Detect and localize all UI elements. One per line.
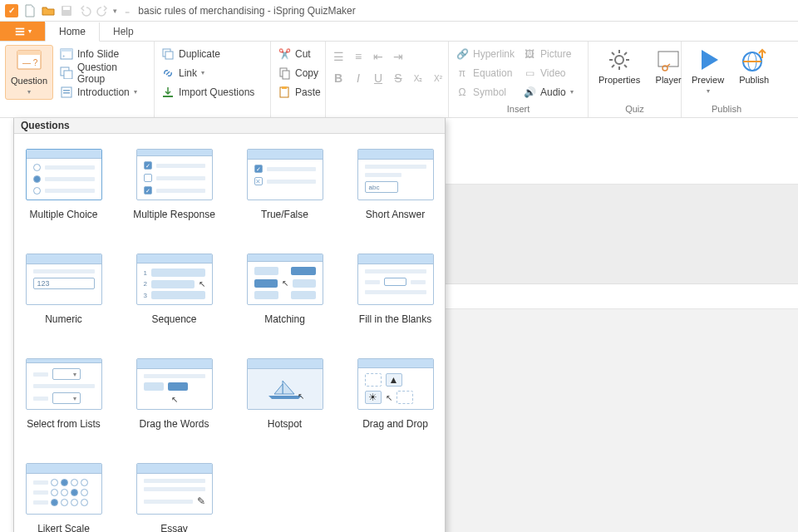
clipboard-icon <box>278 86 291 99</box>
qat-customize-icon[interactable]: ▾ <box>113 7 117 15</box>
bold-icon[interactable]: B <box>331 71 346 85</box>
gallery-item-multiple-choice[interactable]: Multiple Choice <box>22 149 105 220</box>
copy-icon <box>278 66 291 80</box>
svg-rect-12 <box>64 71 72 79</box>
svg-point-23 <box>615 56 623 64</box>
gear-icon <box>606 47 633 73</box>
redo-icon[interactable] <box>96 4 110 17</box>
svg-rect-14 <box>63 90 70 91</box>
app-icon <box>5 4 18 17</box>
copy-button[interactable]: Copy <box>276 64 323 81</box>
svg-rect-4 <box>15 33 24 35</box>
player-icon <box>655 47 682 73</box>
info-slide-icon: + <box>60 47 73 61</box>
gallery-item-drag-drop[interactable]: ▲ ☀↖ Drag and Drop <box>354 358 436 430</box>
question-slide-icon: — ? <box>16 47 42 74</box>
gallery-item-sequence[interactable]: 1 2↖ 3 Sequence <box>133 254 215 325</box>
subscript-icon[interactable]: X₂ <box>411 74 426 83</box>
gallery-item-essay[interactable]: ✎ Essay <box>133 463 215 532</box>
question-button[interactable]: — ? Question▾ <box>5 45 53 100</box>
question-gallery-popup: Questions Multiple Choice Multiple Respo… <box>13 118 446 532</box>
bullet-list-icon[interactable]: ☰ <box>331 50 346 63</box>
insert-group-label: Insert <box>454 102 583 117</box>
symbol-button: ΩSymbol <box>454 83 516 101</box>
gallery-item-multiple-response[interactable]: Multiple Response <box>133 149 215 220</box>
strike-icon[interactable]: S <box>391 71 406 85</box>
quiz-group-label: Quiz <box>594 102 676 117</box>
number-list-icon[interactable]: ≡ <box>351 50 366 63</box>
gallery-item-short-answer[interactable]: abc Short Answer <box>354 149 436 220</box>
gallery-item-fill-blanks[interactable]: Fill in the Blanks <box>354 254 436 325</box>
publish-group-label: Publish <box>687 102 766 117</box>
underline-icon[interactable]: U <box>371 71 386 85</box>
equation-button: πEquation <box>454 64 516 81</box>
properties-button[interactable]: Properties <box>594 45 645 86</box>
quick-access-toolbar: ▾ ₌ <box>5 4 130 17</box>
video-icon: ▭ <box>523 66 536 80</box>
ribbon: — ? Question▾ +Info Slide Question Group… <box>0 42 798 118</box>
cut-button[interactable]: ✂️Cut <box>276 45 323 62</box>
superscript-icon[interactable]: X² <box>431 74 446 83</box>
title-bar: ▾ ₌ basic rules of merchandising - iSpri… <box>0 0 798 22</box>
gallery-header: Questions <box>14 118 445 134</box>
cursor-icon: ↖ <box>199 279 205 288</box>
tab-help[interactable]: Help <box>100 22 148 41</box>
picture-button: 🖼Picture <box>521 45 575 62</box>
question-group-button[interactable]: Question Group <box>58 64 149 81</box>
publish-button[interactable]: Publish <box>734 45 774 86</box>
ribbon-tabs: ▾ Home Help <box>0 22 798 42</box>
outdent-icon[interactable]: ⇤ <box>371 50 386 63</box>
gallery-item-true-false[interactable]: ✕ True/False <box>244 149 326 220</box>
duplicate-button[interactable]: Duplicate <box>160 45 256 62</box>
question-group-icon <box>60 66 73 80</box>
svg-rect-17 <box>165 52 173 59</box>
gallery-item-select-lists[interactable]: ▾ ▾ Select from Lists <box>22 358 105 430</box>
gallery-item-matching[interactable]: ↖ Matching <box>244 254 326 325</box>
svg-rect-3 <box>15 31 24 32</box>
gallery-item-likert[interactable]: Likert Scale <box>22 463 105 532</box>
symbol-icon: Ω <box>456 86 469 99</box>
svg-rect-1 <box>63 7 70 10</box>
duplicate-icon <box>161 47 175 61</box>
svg-rect-2 <box>15 27 24 29</box>
gallery-item-hotspot[interactable]: ↖ Hotspot <box>244 358 326 430</box>
svg-rect-9 <box>61 49 72 52</box>
content-area: Questions Multiple Choice Multiple Respo… <box>0 118 798 532</box>
new-file-icon[interactable] <box>23 4 37 17</box>
svg-rect-22 <box>282 86 287 89</box>
scissors-icon: ✂️ <box>278 47 291 61</box>
audio-button[interactable]: 🔊Audio ▾ <box>521 83 575 101</box>
svg-rect-18 <box>163 96 173 97</box>
open-folder-icon[interactable] <box>42 4 55 17</box>
import-icon <box>161 86 175 99</box>
undo-icon[interactable] <box>78 4 91 17</box>
tab-home[interactable]: Home <box>45 22 100 42</box>
cursor-icon: ↖ <box>298 392 304 401</box>
introduction-button[interactable]: Introduction ▾ <box>58 83 149 101</box>
gallery-item-drag-words[interactable]: ↖ Drag the Words <box>133 358 215 430</box>
play-icon <box>695 47 722 73</box>
file-tab[interactable]: ▾ <box>0 22 45 41</box>
gallery-item-numeric[interactable]: 123 Numeric <box>22 254 105 325</box>
link-button[interactable]: Link ▾ <box>160 64 256 81</box>
svg-rect-6 <box>17 51 41 55</box>
import-questions-button[interactable]: Import Questions <box>160 83 256 101</box>
equation-icon: π <box>456 66 469 80</box>
hyperlink-button: 🔗Hyperlink <box>454 45 516 62</box>
paste-button[interactable]: Paste <box>276 83 323 101</box>
italic-icon[interactable]: I <box>351 71 366 85</box>
cursor-icon: ↖ <box>386 393 392 402</box>
indent-icon[interactable]: ⇥ <box>391 50 406 63</box>
introduction-icon <box>60 86 73 99</box>
info-slide-button[interactable]: +Info Slide <box>58 45 149 62</box>
cursor-icon: ↖ <box>171 395 178 404</box>
globe-upload-icon <box>741 47 767 73</box>
svg-text:— ?: — ? <box>22 58 38 67</box>
video-button: ▭Video <box>521 64 575 81</box>
window-title: basic rules of merchandising - iSpring Q… <box>138 5 355 17</box>
preview-button[interactable]: Preview▾ <box>687 45 729 98</box>
svg-rect-15 <box>63 92 70 94</box>
save-icon[interactable] <box>60 4 73 17</box>
hyperlink-icon: 🔗 <box>456 47 469 61</box>
list-format-row: ☰ ≡ ⇤ ⇥ <box>331 45 406 63</box>
